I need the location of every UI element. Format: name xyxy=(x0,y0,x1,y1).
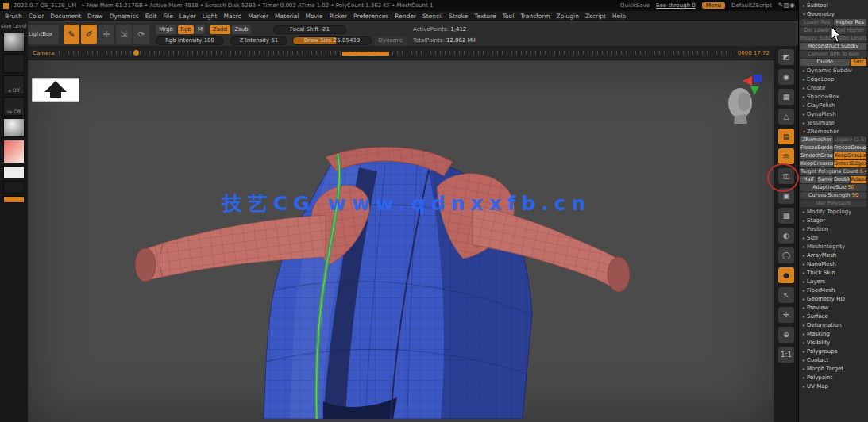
menu-document[interactable]: Document xyxy=(50,13,81,20)
polyframe-icon[interactable]: ▩ xyxy=(778,208,794,224)
section-modify-topology[interactable]: ▸Modify Topology xyxy=(800,208,866,216)
alpha-thumbnail[interactable]: a Off xyxy=(3,75,25,94)
quicksave-button[interactable]: QuickSave xyxy=(620,2,650,9)
z-intensity-slider[interactable]: Z Intensity 51 xyxy=(230,36,287,45)
default-zscript-button[interactable]: DefaultZScript xyxy=(731,2,772,9)
section-nanomesh[interactable]: ▸NanoMesh xyxy=(800,260,866,268)
actual-size-icon[interactable]: 1:1 xyxy=(778,347,794,363)
meter-icon[interactable]: ▥ xyxy=(783,2,789,9)
menu-render[interactable]: Render xyxy=(395,13,416,20)
smt-button[interactable]: Smt xyxy=(851,59,867,66)
curves-strength-slider[interactable]: Curves Strength 50 xyxy=(800,192,866,199)
section-geometry[interactable]: ▾Geometry xyxy=(800,10,866,18)
section-dynamesh[interactable]: ▸DynaMesh xyxy=(800,110,866,118)
section-tessimate[interactable]: ▸Tessimate xyxy=(800,119,866,127)
section-contact[interactable]: ▸Contact xyxy=(800,356,866,364)
menu-marker[interactable]: Marker xyxy=(248,13,268,20)
section-subtool[interactable]: ▸Subtool xyxy=(800,2,866,10)
head-thumbnail[interactable] xyxy=(728,88,752,124)
solo-icon[interactable]: ● xyxy=(778,267,794,283)
adaptivesize-slider[interactable]: AdaptiveSize 50 xyxy=(800,184,866,191)
del-lower-button[interactable]: Del Lower xyxy=(800,27,833,34)
menu-brush[interactable]: Brush xyxy=(5,13,22,20)
half-button[interactable]: Half xyxy=(800,176,816,183)
timeline-track-label[interactable]: Camera xyxy=(33,50,54,56)
volume-icon[interactable]: ◉ xyxy=(789,2,795,9)
section-polygroups[interactable]: ▸Polygroups xyxy=(800,347,866,355)
reconstruct-subdiv-button[interactable]: Reconstruct Subdiv xyxy=(800,43,866,50)
draw-pointer-button[interactable]: ✐ xyxy=(81,25,97,44)
menu-preferences[interactable]: Preferences xyxy=(353,13,388,20)
timeline-ruler[interactable] xyxy=(59,49,732,56)
ghost-icon[interactable]: ◯ xyxy=(778,247,794,263)
section-masking[interactable]: ▸Masking xyxy=(800,330,866,338)
detectedges-button[interactable]: DetectEdges xyxy=(834,160,866,167)
zsub-button[interactable]: Zsub xyxy=(232,25,251,34)
section-claypolish[interactable]: ▸ClayPolish xyxy=(800,102,866,109)
swatch-white[interactable] xyxy=(3,166,25,178)
scroll-icon[interactable]: ✛ xyxy=(778,307,794,323)
draw-size-slider[interactable]: Draw Size 25.05439 xyxy=(292,36,372,45)
adapt-button[interactable]: Adapt xyxy=(851,176,866,183)
menu-layer[interactable]: Layer xyxy=(179,13,196,20)
tool-preview-box[interactable] xyxy=(32,78,79,102)
section-thick-skin[interactable]: ▸Thick Skin xyxy=(800,269,866,277)
rgb-intensity-slider[interactable]: Rgb Intensity 100 xyxy=(156,36,224,45)
render-mode-icon[interactable]: ▦ xyxy=(778,89,794,105)
section-polypaint[interactable]: ▸Polypaint xyxy=(800,374,866,382)
freezeborder-button[interactable]: FreezeBorder xyxy=(800,144,833,152)
section-meshintegrity[interactable]: ▸MeshIntegrity xyxy=(800,243,866,251)
swatch-dark[interactable] xyxy=(3,181,25,194)
section-dynamic-subdiv[interactable]: ▸Dynamic Subdiv xyxy=(800,67,866,75)
viewport-canvas[interactable] xyxy=(28,60,774,422)
focal-shift-slider[interactable]: Focal Shift -21 xyxy=(273,25,346,34)
floor-icon[interactable]: ▤ xyxy=(778,129,794,144)
zoom3d-icon[interactable]: ⊕ xyxy=(778,327,794,343)
dynamic-toggle[interactable]: Dynamic xyxy=(375,36,407,45)
same-button[interactable]: Same xyxy=(817,176,833,183)
menu-light[interactable]: Light xyxy=(203,13,218,20)
menu-movie[interactable]: Movie xyxy=(306,13,323,20)
section-uv-map[interactable]: ▸UV Map xyxy=(800,382,866,390)
brush-thumbnail[interactable] xyxy=(3,33,25,52)
freezegroups-button[interactable]: FreezeGroups xyxy=(834,144,866,152)
section-surface[interactable]: ▸Surface xyxy=(800,313,866,320)
menu-transform[interactable]: Transform xyxy=(520,13,550,20)
menu-stroke[interactable]: Stroke xyxy=(449,13,468,20)
section-arraymesh[interactable]: ▸ArrayMesh xyxy=(800,251,866,259)
convert-bpr-to-geo-button[interactable]: Convert BPR To Geo xyxy=(800,51,866,58)
zremesher-button[interactable]: ZRemesher xyxy=(800,136,833,144)
section-geometry-hd[interactable]: ▸Geometry HD xyxy=(800,295,866,303)
material-thumbnail[interactable] xyxy=(3,118,25,137)
section-stager[interactable]: ▸Stager xyxy=(800,217,866,224)
menu-help[interactable]: Help xyxy=(612,13,626,20)
menu-material[interactable]: Material xyxy=(275,13,299,20)
keepcreases-button[interactable]: KeepCreases xyxy=(800,160,833,167)
menu-file[interactable]: File xyxy=(163,13,173,20)
rotate-button[interactable]: ⟳ xyxy=(133,25,149,44)
smoothgroups-button[interactable]: SmoothGroups xyxy=(800,152,833,159)
target-polygons-count-slider[interactable]: Target Polygons Count 6.43 xyxy=(800,168,866,175)
edit-object-button[interactable]: ✎ xyxy=(64,25,79,44)
menu-texture[interactable]: Texture xyxy=(474,13,496,20)
section-preview[interactable]: ▸Preview xyxy=(800,304,866,312)
move-button[interactable]: ✛ xyxy=(98,25,114,44)
menu-dynamics[interactable]: Dynamics xyxy=(110,13,139,20)
double-button[interactable]: Double xyxy=(834,176,850,183)
section-zremesher[interactable]: ▾ZRemesher xyxy=(800,128,866,136)
swatch-orange[interactable] xyxy=(3,196,25,203)
section-morph-target[interactable]: ▸Morph Target xyxy=(800,365,866,373)
color-picker[interactable] xyxy=(3,140,25,163)
menu-tool[interactable]: Tool xyxy=(503,13,515,20)
m-button[interactable]: M xyxy=(195,25,205,34)
scale-button[interactable]: ⇲ xyxy=(116,25,132,44)
legacy-2-5-button[interactable]: Legacy (2.5) xyxy=(834,136,866,144)
viewport-3d[interactable] xyxy=(28,60,774,422)
section-create[interactable]: ▸Create xyxy=(800,84,866,92)
zadd-button[interactable]: Zadd xyxy=(210,25,230,34)
lower-res-button[interactable]: Lower Res xyxy=(800,19,833,26)
menu-picker[interactable]: Picker xyxy=(330,13,347,20)
divide-button[interactable]: Divide xyxy=(800,59,850,66)
texture-thumbnail[interactable]: re Off xyxy=(3,97,25,116)
use-polypaint-button[interactable]: Use Polypaint xyxy=(800,200,866,207)
